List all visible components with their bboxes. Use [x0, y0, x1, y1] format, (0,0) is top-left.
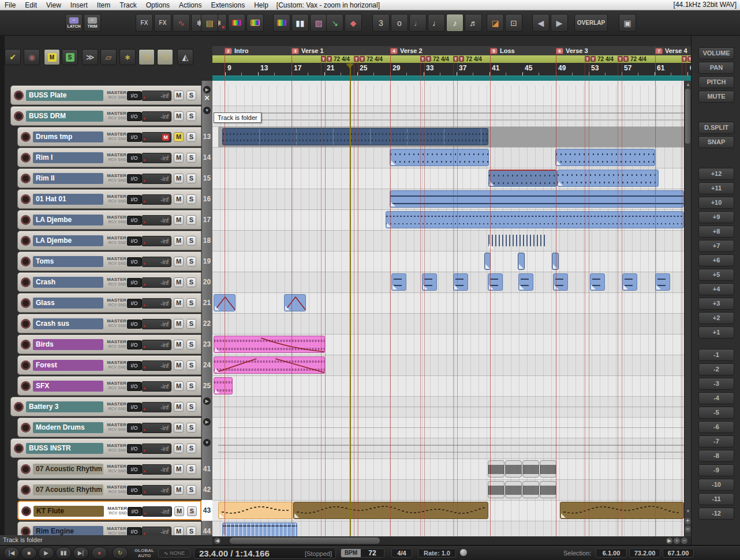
- record-arm-button[interactable]: [21, 298, 31, 308]
- track-name-label[interactable]: Birds: [33, 339, 103, 350]
- media-item-bluesq[interactable]: [518, 273, 533, 291]
- mute-button[interactable]: M: [174, 360, 184, 370]
- overlap-button[interactable]: OVERLAP: [574, 14, 608, 32]
- track-name-label[interactable]: Rim Engine: [33, 526, 103, 535]
- solo-button[interactable]: S: [186, 91, 196, 100]
- solo-button[interactable]: S: [186, 215, 196, 225]
- split-items-icon[interactable]: ▮▮: [291, 14, 309, 32]
- media-item-graywave[interactable]: [505, 481, 522, 498]
- master-solo-icon[interactable]: S: [62, 49, 78, 65]
- record-arm-button[interactable]: [21, 319, 31, 329]
- pitch-button-plus-11[interactable]: +11: [698, 182, 734, 194]
- track-name-label[interactable]: BUSS INSTR: [26, 443, 103, 454]
- track-row-rim-ii[interactable]: Rim IIMASTERRCV SNDI/O-infMS: [17, 168, 201, 188]
- media-item-blueticks[interactable]: [390, 149, 489, 166]
- item-fx-icon[interactable]: FX: [154, 14, 171, 32]
- track-row-sfx[interactable]: SFXMASTERRCV SNDI/O-infMS: [17, 376, 201, 396]
- volume-fader[interactable]: -inf: [141, 340, 171, 350]
- track-row-rim-i[interactable]: Rim IMASTERRCV SNDI/O-infMS: [17, 148, 201, 167]
- mute-button[interactable]: M: [174, 485, 184, 495]
- solo-button[interactable]: S: [186, 132, 196, 142]
- record-arm-button[interactable]: [21, 423, 31, 433]
- io-button[interactable]: I/O: [127, 527, 141, 535]
- volume-fader[interactable]: -inf: [141, 381, 171, 392]
- record-arm-button[interactable]: [21, 360, 31, 370]
- solo-button[interactable]: S: [186, 319, 196, 329]
- menu-insert[interactable]: Insert: [70, 1, 88, 9]
- volume-fader[interactable]: -inf: [141, 360, 171, 371]
- io-button[interactable]: I/O: [127, 423, 141, 433]
- mute-button[interactable]: M: [174, 506, 184, 516]
- solo-button[interactable]: S: [186, 236, 196, 246]
- mute-button[interactable]: M: [174, 277, 184, 287]
- menu-track[interactable]: Track: [119, 1, 137, 9]
- record-arm-button[interactable]: [14, 111, 24, 121]
- track-number[interactable]: 43: [201, 500, 212, 521]
- pitch-button-minus-2[interactable]: -2: [698, 363, 734, 375]
- record-arm-button[interactable]: [14, 91, 24, 100]
- track-name-label[interactable]: BUSS DRM: [26, 111, 103, 122]
- record-arm-button[interactable]: [14, 444, 24, 453]
- mute-button[interactable]: M: [174, 340, 184, 349]
- horizontal-scrollbar[interactable]: ◀▶+−: [212, 536, 691, 545]
- volume-fader[interactable]: -inf: [141, 527, 171, 535]
- autoscroll-icon[interactable]: ≫: [82, 49, 98, 65]
- track-name-label[interactable]: LA Djembe: [33, 235, 103, 246]
- media-item-blueticks[interactable]: [555, 149, 655, 166]
- solo-button[interactable]: S: [187, 506, 197, 516]
- track-number[interactable]: 14: [201, 147, 212, 168]
- arrange-row-07-acoustic-rhythm-v[interactable]: [212, 480, 684, 501]
- record-monitor-icon[interactable]: ◉: [24, 49, 40, 65]
- item-color-frame-icon[interactable]: [228, 14, 245, 32]
- pitch-button-plus-4[interactable]: +4: [698, 283, 734, 295]
- paint-items-icon[interactable]: ▨: [310, 14, 327, 32]
- io-button[interactable]: I/O: [127, 278, 141, 287]
- io-button[interactable]: I/O: [127, 486, 141, 495]
- scroll-right-icon[interactable]: ▶: [666, 538, 672, 544]
- latch-mode-button[interactable]: ^LATCH: [65, 14, 83, 32]
- bpm-value[interactable]: 72: [361, 549, 384, 557]
- io-button[interactable]: I/O: [127, 153, 141, 163]
- media-item-pinkout[interactable]: [214, 336, 325, 353]
- mute-button[interactable]: M: [174, 527, 184, 535]
- repeat-button[interactable]: ↻: [112, 547, 128, 559]
- note-sixteenth-button[interactable]: ♬: [465, 14, 482, 32]
- volume-fader[interactable]: -inf: [141, 111, 171, 122]
- solo-button[interactable]: S: [186, 298, 196, 308]
- solo-button[interactable]: S: [186, 444, 196, 453]
- pitch-button-minus-5[interactable]: -5: [698, 407, 734, 419]
- menu-item[interactable]: Item: [97, 1, 110, 9]
- media-item-brown[interactable]: [560, 502, 684, 519]
- pitch-button-minus-6[interactable]: -6: [698, 421, 734, 433]
- record-arm-button[interactable]: [21, 527, 31, 535]
- folder-toggle-icon[interactable]: ▶: [203, 397, 211, 405]
- solo-button[interactable]: S: [186, 464, 196, 474]
- track-name-label[interactable]: Modern Drums: [33, 422, 103, 433]
- tempo-marker-icon[interactable]: T: [327, 56, 332, 62]
- record-arm-button[interactable]: [21, 194, 31, 204]
- track-name-label[interactable]: Toms: [33, 256, 103, 267]
- media-item-pinksm[interactable]: [214, 377, 233, 394]
- menu-view[interactable]: View: [46, 1, 61, 9]
- pitch-button-minus-7[interactable]: -7: [698, 435, 734, 448]
- track-fx-icon[interactable]: FX: [136, 14, 153, 32]
- track-number[interactable]: 16: [201, 189, 212, 209]
- track-number[interactable]: 13: [201, 126, 212, 147]
- panel-button-mute[interactable]: MUTE: [698, 91, 734, 103]
- mute-button[interactable]: M: [174, 236, 184, 246]
- selection-end[interactable]: 73.2.00: [629, 548, 660, 558]
- trim-item-icon[interactable]: ⊡: [505, 14, 522, 32]
- arrange-row-07-acoustic-rhythm-v[interactable]: [212, 459, 684, 480]
- media-item-bluenarrow[interactable]: [484, 253, 491, 270]
- track-number[interactable]: 20: [201, 272, 212, 292]
- solo-button[interactable]: S: [186, 277, 196, 287]
- track-name-label[interactable]: Battery 3: [26, 401, 103, 412]
- tempo-marker-icon[interactable]: T: [459, 56, 464, 62]
- media-item-pinkx[interactable]: [214, 356, 325, 374]
- solo-button[interactable]: S: [186, 423, 196, 433]
- media-item-bluesq[interactable]: [655, 273, 670, 291]
- record-arm-button[interactable]: [21, 215, 31, 225]
- track-row-la-djembe[interactable]: LA DjembeMASTERRCV SNDI/O-infMS: [17, 231, 201, 250]
- io-button[interactable]: I/O: [127, 236, 141, 246]
- track-row-buss-plate[interactable]: BUSS PlateMASTERRCV SNDI/O-infMS: [10, 85, 201, 105]
